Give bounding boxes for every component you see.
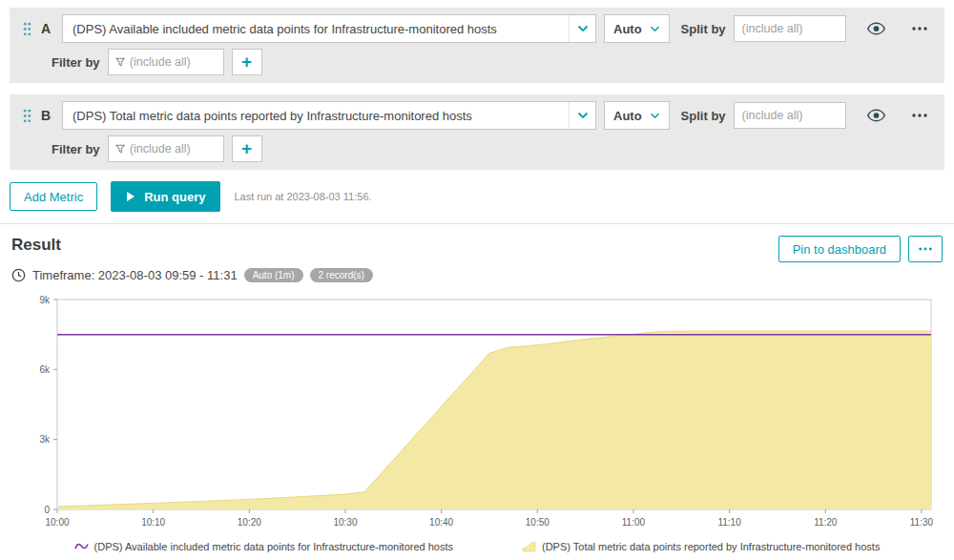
svg-text:0: 0 [44, 505, 50, 515]
split-by-input[interactable] [734, 15, 846, 42]
legend-item[interactable]: (DPS) Available included metric data poi… [74, 540, 453, 552]
metric-select-value: (DPS) Available included metric data poi… [63, 22, 569, 36]
play-icon [126, 191, 135, 202]
drag-dots-icon [23, 22, 31, 36]
run-query-label: Run query [144, 190, 205, 204]
funnel-icon [115, 143, 125, 155]
drag-handle-icon[interactable] [21, 107, 33, 125]
drag-handle-icon[interactable] [21, 20, 33, 38]
aggregation-select[interactable]: Auto [604, 101, 670, 130]
svg-text:10:20: 10:20 [238, 517, 261, 528]
legend-label: (DPS) Available included metric data poi… [94, 541, 453, 552]
svg-text:11:10: 11:10 [717, 517, 741, 528]
more-options-icon [912, 27, 927, 31]
chevron-down-icon [569, 15, 595, 42]
chevron-down-icon [650, 113, 660, 119]
svg-text:10:30: 10:30 [333, 517, 357, 528]
svg-text:9k: 9k [39, 295, 51, 305]
svg-text:10:00: 10:00 [45, 517, 69, 528]
query-options-button[interactable] [910, 112, 929, 119]
aggregation-value: Auto [613, 22, 642, 36]
add-filter-button[interactable]: + [232, 49, 262, 75]
query-letter: B [41, 108, 54, 123]
add-filter-button[interactable]: + [232, 135, 262, 162]
filter-input-box[interactable] [108, 49, 224, 75]
clock-icon [11, 268, 26, 282]
svg-text:11:00: 11:00 [622, 517, 646, 528]
timeseries-chart[interactable]: 03k6k9k10:0010:1010:2010:3010:4010:5011:… [13, 294, 941, 532]
query-row-a: A (DPS) Available included metric data p… [10, 8, 944, 83]
result-chart[interactable]: 03k6k9k10:0010:1010:2010:3010:4010:5011:… [13, 294, 943, 536]
eye-icon [867, 109, 885, 122]
filter-by-label: Filter by [52, 142, 100, 156]
split-by-input[interactable] [734, 102, 846, 129]
add-metric-button[interactable]: Add Metric [10, 182, 97, 211]
legend-item[interactable]: (DPS) Total metric data points reported … [522, 540, 880, 552]
filter-input-box[interactable] [108, 135, 224, 162]
metric-select[interactable]: (DPS) Total metric data points reported … [62, 101, 596, 130]
metric-select-value: (DPS) Total metric data points reported … [63, 109, 569, 123]
svg-text:10:50: 10:50 [526, 517, 550, 528]
svg-text:11:30: 11:30 [910, 517, 934, 528]
svg-text:11:20: 11:20 [814, 517, 838, 528]
funnel-icon [115, 56, 125, 68]
record-count-badge: 2 record(s) [310, 268, 373, 282]
more-options-icon [919, 247, 932, 251]
query-row-b: B (DPS) Total metric data points reporte… [10, 94, 944, 170]
auto-resolution-badge: Auto (1m) [244, 268, 303, 282]
result-title: Result [11, 236, 61, 255]
pin-to-dashboard-button[interactable]: Pin to dashboard [778, 236, 901, 262]
line-series-icon [74, 540, 89, 552]
svg-text:3k: 3k [39, 434, 51, 445]
legend-label: (DPS) Total metric data points reported … [542, 541, 880, 552]
split-by-label: Split by [681, 22, 726, 36]
chart-legend: (DPS) Available included metric data poi… [11, 540, 943, 552]
visibility-toggle-button[interactable] [865, 20, 887, 37]
metric-select[interactable]: (DPS) Available included metric data poi… [62, 14, 596, 43]
run-query-button[interactable]: Run query [111, 181, 220, 212]
svg-text:6k: 6k [39, 364, 51, 375]
visibility-toggle-button[interactable] [865, 107, 887, 124]
result-section: Result Pin to dashboard Timeframe: 2023-… [0, 224, 954, 552]
last-run-text: Last run at 2023-08-03 11:56. [234, 191, 371, 202]
result-options-button[interactable] [908, 236, 943, 262]
chevron-down-icon [650, 26, 660, 32]
svg-text:10:40: 10:40 [429, 517, 453, 528]
drag-dots-icon [23, 109, 31, 123]
timeframe-text: Timeframe: 2023-08-03 09:59 - 11:31 [32, 268, 238, 282]
query-letter: A [41, 21, 54, 36]
eye-icon [867, 22, 885, 35]
svg-text:10:10: 10:10 [141, 517, 165, 528]
query-options-button[interactable] [910, 25, 929, 32]
aggregation-select[interactable]: Auto [604, 14, 670, 43]
filter-input[interactable] [130, 137, 217, 160]
filter-by-label: Filter by [52, 55, 100, 70]
split-by-label: Split by [681, 109, 726, 123]
query-toolbar: Add Metric Run query Last run at 2023-08… [10, 181, 944, 212]
more-options-icon [912, 114, 927, 117]
area-series-icon [522, 540, 536, 552]
filter-input[interactable] [130, 51, 217, 73]
aggregation-value: Auto [613, 109, 642, 123]
chevron-down-icon [569, 102, 595, 129]
